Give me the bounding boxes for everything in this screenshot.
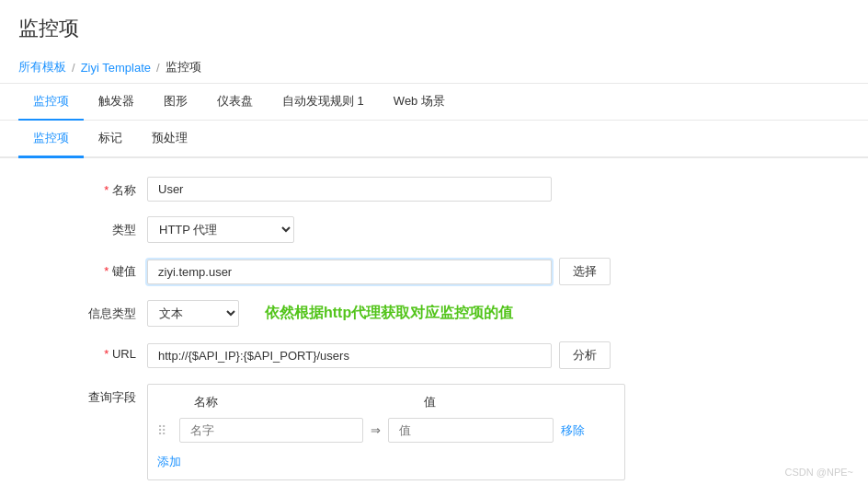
queryfields-label: 查询字段 xyxy=(37,384,147,406)
breadcrumb-separator-2: / xyxy=(156,61,160,75)
tab-web-scenario[interactable]: Web 场景 xyxy=(379,84,460,121)
form-row-type: 类型 HTTP 代理 Zabbix 客户端 SNMP xyxy=(37,216,791,243)
annotation-text: 依然根据http代理获取对应监控项的值 xyxy=(265,304,513,323)
name-label: 名称 xyxy=(37,177,147,199)
tab-auto-discover[interactable]: 自动发现规则 1 xyxy=(268,84,379,121)
query-arrow-icon: ⇒ xyxy=(371,423,381,437)
breadcrumb-item-all-templates[interactable]: 所有模板 xyxy=(18,59,66,75)
form-container: 名称 类型 HTTP 代理 Zabbix 客户端 SNMP 键值 选择 信息类型… xyxy=(0,158,828,485)
form-row-queryfields: 查询字段 名称 值 ⠿ ⇒ 移除 添加 xyxy=(37,384,791,480)
key-label: 键值 xyxy=(37,258,147,280)
form-row-key: 键值 选择 xyxy=(37,258,791,285)
query-value-input[interactable] xyxy=(388,418,554,443)
query-header: 名称 值 xyxy=(157,394,615,410)
sub-tab-preprocess[interactable]: 预处理 xyxy=(137,121,202,158)
breadcrumb: 所有模板 / Ziyi Template / 监控项 xyxy=(0,52,868,84)
type-select[interactable]: HTTP 代理 Zabbix 客户端 SNMP xyxy=(147,216,294,243)
infotype-select[interactable]: 文本 数字(无符号) 数字(浮点数) 字符串 日志 xyxy=(147,300,239,327)
query-fields-box: 名称 值 ⠿ ⇒ 移除 添加 xyxy=(147,384,625,480)
infotype-field-container: 文本 数字(无符号) 数字(浮点数) 字符串 日志 依然根据http代理获取对应… xyxy=(147,300,791,327)
form-row-name: 名称 xyxy=(37,177,791,202)
query-name-header: 名称 xyxy=(194,394,396,410)
table-row: ⠿ ⇒ 移除 xyxy=(157,418,615,443)
analyze-button[interactable]: 分析 xyxy=(559,341,611,369)
tab-monitor-items[interactable]: 监控项 xyxy=(18,84,84,121)
url-label: URL xyxy=(37,341,147,361)
drag-handle-icon[interactable]: ⠿ xyxy=(157,423,172,438)
key-field-container: 选择 xyxy=(147,258,791,285)
type-field-container: HTTP 代理 Zabbix 客户端 SNMP xyxy=(147,216,791,243)
queryfields-container: 名称 值 ⠿ ⇒ 移除 添加 xyxy=(147,384,791,480)
tab-triggers[interactable]: 触发器 xyxy=(84,84,149,121)
query-name-input[interactable] xyxy=(179,418,363,443)
sub-tab-tags[interactable]: 标记 xyxy=(84,121,137,158)
breadcrumb-item-monitor: 监控项 xyxy=(166,59,201,75)
url-field-container: 分析 xyxy=(147,341,791,369)
name-field-container xyxy=(147,177,791,202)
type-label: 类型 xyxy=(37,216,147,238)
form-row-infotype: 信息类型 文本 数字(无符号) 数字(浮点数) 字符串 日志 依然根据http代… xyxy=(37,300,791,327)
add-link[interactable]: 添加 xyxy=(157,454,181,470)
top-tab-bar: 监控项 触发器 图形 仪表盘 自动发现规则 1 Web 场景 xyxy=(0,84,868,121)
annotation-http: http xyxy=(324,305,351,320)
breadcrumb-separator-1: / xyxy=(72,61,75,75)
breadcrumb-item-ziyi-template[interactable]: Ziyi Template xyxy=(81,61,151,75)
sub-tab-monitor[interactable]: 监控项 xyxy=(18,121,84,158)
query-value-header: 值 xyxy=(424,394,589,410)
infotype-label: 信息类型 xyxy=(37,300,147,322)
remove-button[interactable]: 移除 xyxy=(561,422,585,439)
name-input[interactable] xyxy=(147,177,552,202)
select-button[interactable]: 选择 xyxy=(559,258,611,285)
add-link-container: 添加 xyxy=(157,450,615,470)
annotation-suffix: 代理获取对应监控项的值 xyxy=(351,305,513,320)
tab-graphs[interactable]: 图形 xyxy=(149,84,202,121)
watermark: CSDN @NPE~ xyxy=(785,467,853,478)
key-input[interactable] xyxy=(147,260,552,284)
tab-dashboard[interactable]: 仪表盘 xyxy=(202,84,268,121)
annotation-prefix: 依然根据 xyxy=(265,305,324,320)
page-title: 监控项 xyxy=(0,0,868,52)
url-input[interactable] xyxy=(147,343,552,368)
form-row-url: URL 分析 xyxy=(37,341,791,369)
sub-tab-bar: 监控项 标记 预处理 xyxy=(0,121,868,158)
